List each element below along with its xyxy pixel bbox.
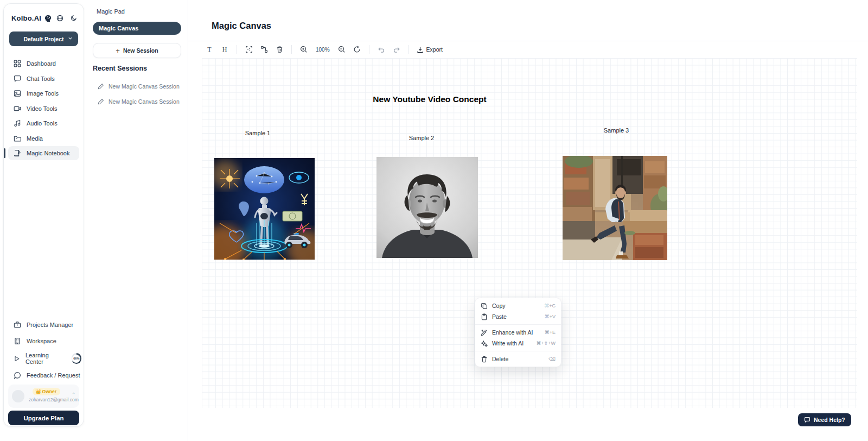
chat-icon [14, 75, 21, 83]
sidebar-item-video-tools[interactable]: Video Tools [8, 102, 79, 116]
sessions-panel: Magic Pad Magic Canvas + New Session Rec… [85, 0, 188, 441]
magic-canvas-grid[interactable]: New Youtube Video Concept Sample 1 Sampl… [202, 58, 857, 408]
sidebar-item-media[interactable]: Media [8, 131, 79, 146]
upgrade-plan-button[interactable]: Upgrade Plan [8, 411, 79, 425]
context-menu-label: Write with AI [492, 340, 532, 346]
pencil-icon [98, 83, 104, 90]
dark-mode-moon-icon[interactable] [71, 15, 77, 21]
brain-logo-icon [43, 14, 52, 22]
owner-role-label: Owner [42, 389, 56, 394]
trash-icon [481, 356, 488, 363]
project-selector-label: Default Project [23, 36, 63, 42]
export-button[interactable]: Export [414, 46, 445, 53]
learning-progress-value: 66% [72, 355, 80, 363]
download-icon [417, 46, 424, 53]
sidebar-item-feedback-request[interactable]: Feedback / Request [8, 369, 81, 382]
sample-1-label[interactable]: Sample 1 [245, 130, 270, 136]
toolbar-divider [291, 45, 292, 54]
page-title: Magic Canvas [212, 21, 271, 31]
chevron-down-icon [68, 36, 73, 41]
delete-tool-button[interactable] [273, 43, 286, 55]
sidebar-item-label: Magic Notebook [27, 150, 70, 156]
primary-sidebar: Kolbo.AI Default Project Dashboard Chat … [3, 3, 84, 427]
copy-icon [481, 303, 488, 310]
dashboard-icon [14, 60, 21, 67]
crown-icon: 👑 [35, 389, 41, 394]
sidebar-item-label: Video Tools [27, 105, 57, 112]
export-label: Export [426, 46, 443, 53]
session-list-item[interactable]: New Magic Canvas Session [98, 97, 183, 106]
session-list-item[interactable]: New Magic Canvas Session [98, 82, 183, 91]
toolbar-divider [369, 45, 369, 54]
sidebar-item-magic-notebook[interactable]: Magic Notebook [8, 146, 79, 160]
session-item-label: New Magic Canvas Session [108, 98, 180, 105]
sidebar-item-learning-center[interactable]: Learning Center 66% [8, 351, 81, 366]
tab-magic-canvas[interactable]: Magic Canvas [93, 22, 181, 35]
plus-icon: + [116, 47, 120, 55]
briefcase-icon [14, 321, 21, 329]
zoom-in-button[interactable] [297, 43, 310, 55]
redo-button[interactable] [390, 43, 403, 55]
sample-3-label[interactable]: Sample 3 [604, 127, 629, 134]
need-help-label: Need Help? [814, 417, 845, 423]
canvas-heading-text[interactable]: New Youtube Video Concept [373, 94, 486, 104]
language-globe-icon[interactable] [56, 15, 63, 22]
play-icon [14, 355, 20, 362]
avatar [12, 390, 24, 402]
learning-progress-ring: 66% [72, 353, 81, 364]
video-icon [14, 105, 21, 112]
context-menu-item-copy[interactable]: Copy ⌘+C [475, 300, 561, 311]
sidebar-item-workspace[interactable]: Workspace [8, 335, 81, 348]
sidebar-item-projects-manager[interactable]: Projects Manager [8, 318, 81, 331]
shortcut-hint: ⌘+V [545, 314, 556, 319]
sample-image-1[interactable] [214, 158, 315, 260]
sidebar-item-label: Chat Tools [27, 75, 55, 82]
ai-select-tool-button[interactable] [242, 43, 256, 55]
context-menu-item-delete[interactable]: Delete ⌫ [475, 354, 561, 364]
shortcut-hint: ⌫ [548, 356, 556, 362]
media-folder-icon [14, 135, 21, 142]
recent-sessions-heading: Recent Sessions [93, 65, 147, 72]
user-email: zoharvan12@gmail.com [29, 397, 79, 402]
upgrade-plan-label: Upgrade Plan [23, 415, 63, 421]
sample-image-3[interactable] [563, 156, 667, 260]
context-menu-item-write-with-ai[interactable]: Write with AI ⌘+⇧+W [475, 338, 561, 349]
user-account-card[interactable]: 👑 Owner zoharvan12@gmail.com ⌃ [8, 385, 79, 408]
session-item-label: New Magic Canvas Session [108, 83, 180, 90]
undo-button[interactable] [375, 43, 388, 55]
feedback-bubble-icon [14, 371, 21, 379]
image-icon [14, 90, 21, 97]
tab-magic-pad[interactable]: Magic Pad [97, 8, 125, 15]
need-help-button[interactable]: Need Help? [798, 413, 851, 426]
sidebar-item-label: Media [27, 135, 43, 142]
sidebar-item-label: Learning Center [25, 352, 65, 365]
heading-tool-button[interactable]: H [218, 43, 231, 55]
sidebar-item-chat-tools[interactable]: Chat Tools [8, 72, 79, 86]
sidebar-item-image-tools[interactable]: Image Tools [8, 86, 79, 100]
context-menu-label: Enhance with AI [492, 329, 540, 336]
project-selector[interactable]: Default Project [9, 32, 78, 46]
connector-tool-button[interactable] [258, 43, 271, 55]
selected-indicator [4, 148, 5, 158]
audio-icon [14, 119, 21, 127]
sidebar-item-audio-tools[interactable]: Audio Tools [8, 116, 79, 130]
context-menu-item-paste[interactable]: Paste ⌘+V [475, 311, 561, 322]
zoom-out-button[interactable] [335, 43, 348, 55]
sample-image-2[interactable] [376, 157, 478, 258]
context-menu-item-enhance-with-ai[interactable]: Enhance with AI ⌘+E [475, 327, 561, 338]
sidebar-item-dashboard[interactable]: Dashboard [8, 56, 79, 71]
sidebar-item-label: Projects Manager [27, 322, 73, 328]
user-card-caret-icon: ⌃ [72, 392, 75, 397]
new-session-button[interactable]: + New Session [93, 43, 181, 58]
shortcut-hint: ⌘+C [544, 303, 556, 308]
logo-row: Kolbo.AI [11, 12, 77, 23]
text-tool-button[interactable]: T [203, 43, 216, 55]
zoom-level-value[interactable]: 100% [312, 47, 333, 53]
sample-2-label[interactable]: Sample 2 [409, 135, 434, 141]
toolbar-divider [237, 45, 237, 54]
building-icon [14, 337, 21, 345]
sparkles-icon [481, 340, 488, 347]
tab-magic-canvas-label: Magic Canvas [99, 25, 138, 32]
sidebar-item-label: Workspace [27, 338, 56, 344]
reset-rotation-button[interactable] [350, 43, 363, 55]
